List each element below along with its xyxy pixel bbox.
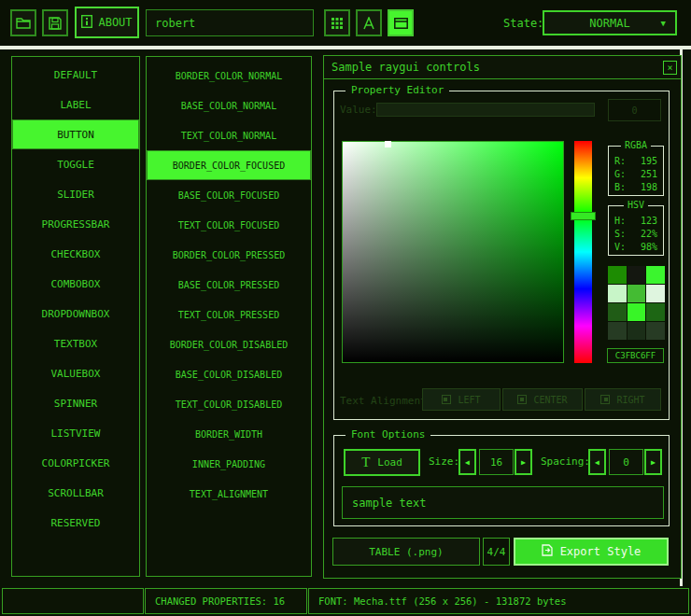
align-right-label: RIGHT — [616, 395, 644, 405]
style-table-button[interactable] — [324, 9, 350, 36]
color-swatch[interactable] — [646, 285, 665, 302]
property-item[interactable]: TEXT_COLOR_FOCUSED — [147, 210, 311, 240]
controls-item-textbox[interactable]: TEXTBOX — [12, 329, 139, 358]
color-swatch[interactable] — [646, 266, 665, 284]
hue-bar[interactable] — [574, 141, 592, 363]
property-item[interactable]: BORDER_COLOR_DISABLED — [147, 329, 311, 359]
state-dropdown[interactable]: NORMAL ▼ — [543, 10, 677, 35]
export-format-button[interactable]: TABLE (.png) — [332, 538, 480, 566]
align-center-button[interactable]: CENTER — [502, 388, 583, 411]
size-value-box[interactable]: 16 — [479, 449, 514, 475]
property-editor-label: Property Editor — [346, 84, 449, 96]
open-file-button[interactable] — [10, 9, 36, 36]
value-box[interactable]: 0 — [608, 99, 661, 121]
controls-item-colorpicker[interactable]: COLORPICKER — [12, 448, 139, 478]
controls-item-valuebox[interactable]: VALUEBOX — [12, 358, 139, 388]
spacing-value-box[interactable]: 0 — [609, 449, 643, 475]
property-item[interactable]: INNER_PADDING — [147, 449, 311, 479]
property-item[interactable]: BORDER_COLOR_PRESSED — [147, 240, 311, 270]
h-label: H: — [614, 216, 626, 226]
value-box-text: 0 — [631, 105, 637, 116]
color-swatch[interactable] — [608, 322, 627, 340]
color-swatch[interactable] — [628, 303, 646, 321]
color-swatch[interactable] — [628, 322, 646, 340]
load-label: Load — [377, 456, 402, 469]
control-preview-button-active[interactable] — [388, 9, 414, 36]
property-item[interactable]: BASE_COLOR_NORMAL — [147, 91, 311, 120]
b-label: B: — [614, 182, 626, 192]
style-name-input[interactable] — [146, 9, 314, 36]
export-style-label: Export Style — [560, 545, 642, 558]
chevron-down-icon: ▼ — [661, 19, 666, 28]
size-increase-button[interactable]: ▶ — [515, 449, 532, 475]
format-count-box[interactable]: 4/4 — [483, 538, 510, 566]
save-icon — [49, 17, 62, 30]
status-font-info: FONT: Mecha.ttf (256 x 256) - 131872 byt… — [308, 588, 689, 614]
controls-item-progressbar[interactable]: PROGRESSBAR — [12, 209, 139, 239]
r-value: 195 — [641, 156, 657, 166]
rgba-r-row: R: 195 — [609, 154, 663, 167]
close-icon: × — [667, 63, 672, 73]
save-file-button[interactable] — [42, 9, 68, 36]
controls-item-listview[interactable]: LISTVIEW — [12, 418, 139, 448]
color-swatch-grid — [608, 266, 665, 340]
property-item[interactable]: BORDER_COLOR_NORMAL — [147, 61, 311, 91]
property-item[interactable]: BASE_COLOR_FOCUSED — [147, 180, 311, 210]
size-label: Size: — [429, 455, 459, 468]
properties-list: BORDER_COLOR_NORMAL BASE_COLOR_NORMAL TE… — [146, 56, 312, 577]
value-label: Value: — [340, 104, 377, 116]
color-swatch[interactable] — [608, 303, 627, 321]
spacing-increase-button[interactable]: ▶ — [644, 449, 662, 475]
property-item[interactable]: TEXT_COLOR_PRESSED — [147, 300, 311, 329]
property-item[interactable]: TEXT_COLOR_NORMAL — [147, 120, 311, 150]
color-swatch[interactable] — [628, 285, 646, 302]
color-picker-cursor[interactable] — [385, 141, 391, 147]
status-bar-left — [2, 588, 144, 614]
controls-item-button-selected[interactable]: BUTTON — [12, 119, 139, 149]
property-item[interactable]: TEXT_ALIGNMENT — [147, 479, 311, 509]
property-item[interactable]: TEXT_COLOR_DISABLED — [147, 389, 311, 419]
size-decrease-button[interactable]: ◀ — [458, 449, 476, 475]
controls-item-scrollbar[interactable]: SCROLLBAR — [12, 478, 139, 508]
toolbar-separator — [0, 46, 691, 49]
property-item[interactable]: BASE_COLOR_DISABLED — [147, 359, 311, 389]
color-swatch[interactable] — [646, 322, 665, 340]
controls-item-reserved[interactable]: RESERVED — [12, 508, 139, 538]
controls-item-combobox[interactable]: COMBOBOX — [12, 269, 139, 299]
close-button[interactable]: × — [663, 61, 677, 75]
arrow-right-icon: ▶ — [521, 458, 526, 467]
arrow-left-icon: ◀ — [465, 458, 470, 467]
controls-item-checkbox[interactable]: CHECKBOX — [12, 239, 139, 269]
text-alignment-label: Text Alignment — [340, 395, 427, 407]
controls-item-dropdownbox[interactable]: DROPDOWNBOX — [12, 299, 139, 329]
controls-item-spinner[interactable]: SPINNER — [12, 388, 139, 418]
property-item[interactable]: BORDER_WIDTH — [147, 419, 311, 449]
property-item-selected[interactable]: BORDER_COLOR_FOCUSED — [147, 150, 311, 180]
hex-value-box[interactable]: C3FBC6FF — [607, 348, 664, 363]
rguistyler-app: ABOUT State: NORMAL ▼ DEF — [0, 0, 691, 616]
color-swatch[interactable] — [628, 266, 646, 284]
controls-item-toggle[interactable]: TOGGLE — [12, 149, 139, 179]
value-slider[interactable] — [376, 103, 595, 117]
property-item[interactable]: BASE_COLOR_PRESSED — [147, 270, 311, 300]
spacing-decrease-button[interactable]: ◀ — [588, 449, 606, 475]
align-right-button[interactable]: RIGHT — [585, 388, 661, 411]
controls-item-slider[interactable]: SLIDER — [12, 179, 139, 209]
font-load-button[interactable]: T Load — [344, 449, 420, 476]
hue-bar-cursor[interactable] — [571, 212, 596, 220]
font-options-label: Font Options — [346, 428, 430, 441]
color-swatch[interactable] — [646, 303, 665, 321]
align-left-button[interactable]: LEFT — [422, 388, 501, 411]
color-picker-panel[interactable] — [342, 141, 564, 363]
window-title-bar[interactable]: Sample raygui controls — [324, 56, 681, 79]
export-style-button[interactable]: Export Style — [514, 538, 669, 566]
controls-item-label[interactable]: LABEL — [12, 90, 139, 119]
font-atlas-button[interactable] — [356, 9, 382, 36]
controls-item-default[interactable]: DEFAULT — [12, 60, 139, 90]
controls-list: DEFAULT LABEL BUTTON TOGGLE SLIDER PROGR… — [11, 56, 140, 577]
color-swatch[interactable] — [608, 285, 627, 302]
rgba-group: RGBA R: 195 G: 251 B: 198 — [608, 146, 664, 196]
about-button[interactable]: ABOUT — [75, 7, 139, 38]
color-swatch[interactable] — [608, 266, 627, 284]
sample-text-box[interactable]: sample text — [342, 486, 664, 519]
